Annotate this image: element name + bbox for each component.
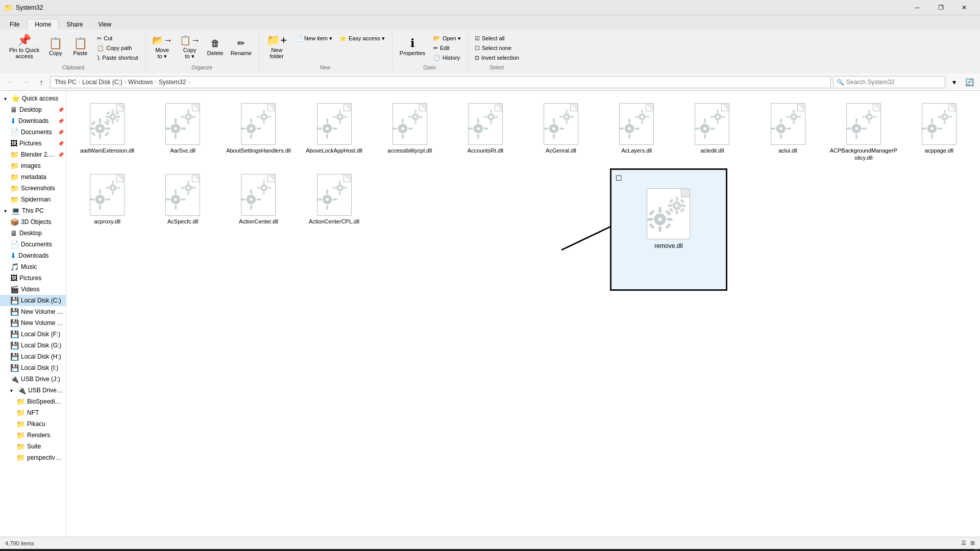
file-item-accountsrt[interactable]: AccountsRt.dll bbox=[449, 95, 522, 164]
sidebar-item-nft[interactable]: 📁 NFT bbox=[0, 407, 66, 418]
up-button[interactable]: ↑ bbox=[35, 76, 48, 89]
file-item-aboutsettings[interactable]: AboutSettingsHandlers.dll bbox=[222, 95, 295, 164]
task-view-button[interactable]: ⊡ bbox=[170, 549, 191, 551]
easy-access-button[interactable]: ⭐ Easy access ▾ bbox=[336, 34, 388, 43]
rename-button[interactable]: ✏ Rename bbox=[228, 32, 255, 62]
forward-button[interactable]: → bbox=[19, 76, 33, 89]
sidebar-item-suite[interactable]: 📁 Suite bbox=[0, 441, 66, 452]
pin-to-quick-button[interactable]: 📌 Pin to Quickaccess bbox=[5, 32, 43, 62]
file-item-aadwamextension[interactable]: aadWamExtension.dll bbox=[70, 95, 144, 164]
copy-path-button[interactable]: 📋 Copy path bbox=[94, 43, 141, 53]
file-item-acgenral[interactable]: AcGenral.dll bbox=[524, 95, 598, 164]
edge-button[interactable]: 🌐 bbox=[232, 549, 253, 551]
open-button[interactable]: 📂 Open ▾ bbox=[430, 34, 464, 43]
file-item-actioncentercpl[interactable]: ActionCenterCPL.dll bbox=[298, 166, 371, 227]
breadcrumb-pc[interactable]: This PC bbox=[55, 79, 77, 86]
sidebar-item-local-h[interactable]: 💾 Local Disk (H:) bbox=[0, 351, 66, 362]
list-view-icon[interactable]: ☰ bbox=[961, 540, 966, 546]
sidebar-item-videos[interactable]: 🎬 Videos bbox=[0, 284, 66, 295]
tab-share[interactable]: Share bbox=[59, 18, 90, 30]
sidebar-item-desktop[interactable]: 🖥 Desktop bbox=[0, 228, 66, 239]
sidebar-item-perspective[interactable]: 📁 perspective_plotter... bbox=[0, 452, 66, 463]
copy-button[interactable]: 📋 Copy bbox=[44, 32, 66, 62]
search-input[interactable] bbox=[846, 79, 942, 86]
tab-file[interactable]: File bbox=[2, 18, 27, 30]
file-item-acledit[interactable]: acledit.dll bbox=[675, 95, 749, 164]
tab-home[interactable]: Home bbox=[27, 19, 59, 30]
sidebar-item-local-c[interactable]: 💾 Local Disk (C:) bbox=[0, 295, 66, 306]
tab-view[interactable]: View bbox=[90, 18, 119, 30]
breadcrumb-windows[interactable]: Windows bbox=[128, 79, 153, 86]
app2-button[interactable]: 🔷 bbox=[275, 549, 296, 551]
properties-button[interactable]: ℹ Properties bbox=[396, 32, 429, 62]
dropdown-button[interactable]: ▾ bbox=[947, 76, 961, 89]
sidebar-item-documents-pinned[interactable]: 📄 Documents 📌 bbox=[0, 127, 66, 138]
show-desktop-button[interactable] bbox=[975, 549, 978, 551]
sidebar-item-local-i[interactable]: 💾 Local Disk (I:) bbox=[0, 362, 66, 373]
file-item-aarsvc[interactable]: AarSvc.dll bbox=[146, 95, 219, 164]
history-button[interactable]: 🕐 History bbox=[430, 53, 464, 62]
address-box[interactable]: This PC › Local Disk (C:) › Windows › Sy… bbox=[50, 76, 831, 88]
sidebar-item-usb-j1[interactable]: 🔌 USB Drive (J:) bbox=[0, 373, 66, 385]
sidebar-item-pictures-pinned[interactable]: 🖼 Pictures 📌 bbox=[0, 138, 66, 149]
sidebar-item-usb-j2[interactable]: ▾ 🔌 USB Drive (J:) bbox=[0, 385, 66, 396]
sidebar-item-new-e[interactable]: 💾 New Volume (E:) bbox=[0, 317, 66, 329]
sidebar-item-pictures[interactable]: 🖼 Pictures bbox=[0, 272, 66, 284]
file-item-abovelockapphost[interactable]: AboveLockAppHost.dll bbox=[298, 95, 371, 164]
file-item-acspecfc[interactable]: AcSpecfc.dll bbox=[146, 166, 219, 227]
sidebar-item-biospeedia[interactable]: 📁 BioSpeedia Videos bbox=[0, 396, 66, 407]
file-item-acproxy[interactable]: acproxy.dll bbox=[70, 166, 144, 227]
back-button[interactable]: ← bbox=[4, 76, 17, 89]
sidebar-item-spiderman[interactable]: 📁 Spiderman bbox=[0, 194, 66, 205]
file-item-aclayers[interactable]: AcLayers.dll bbox=[600, 95, 673, 164]
sidebar-item-documents[interactable]: 📄 Documents bbox=[0, 239, 66, 250]
svg-rect-77 bbox=[490, 121, 492, 124]
paste-button[interactable]: 📋 Paste bbox=[67, 32, 93, 62]
edit-button[interactable]: ✏ Edit bbox=[430, 43, 464, 53]
copy-to-button[interactable]: 📋→ Copyto ▾ bbox=[177, 32, 203, 62]
app3-button[interactable]: 🟢 bbox=[297, 549, 317, 551]
new-item-button[interactable]: 📄 New item ▾ bbox=[292, 34, 335, 43]
sidebar-item-images[interactable]: 📁 images bbox=[0, 160, 66, 171]
select-all-button[interactable]: ☑ Select all bbox=[472, 34, 522, 43]
select-none-button[interactable]: ☐ Select none bbox=[472, 43, 522, 53]
sidebar-item-downloads-pinned[interactable]: ⬇ Downloads 📌 bbox=[0, 115, 66, 127]
invert-selection-button[interactable]: ⊡ Invert selection bbox=[472, 53, 522, 62]
sidebar-item-renders[interactable]: 📁 Renders bbox=[0, 430, 66, 441]
move-to-button[interactable]: 📂→ Moveto ▾ bbox=[149, 32, 176, 62]
grid-view-icon[interactable]: ⊞ bbox=[970, 540, 975, 546]
cut-button[interactable]: ✂ Cut bbox=[94, 34, 141, 43]
file-item-acpbackground[interactable]: ACPBackgroundManagerPolicy.dll bbox=[827, 95, 900, 164]
minimize-button[interactable]: ─ bbox=[905, 0, 929, 15]
sidebar-item-new-d[interactable]: 💾 New Volume (D:) bbox=[0, 306, 66, 317]
paste-shortcut-button[interactable]: ⤵ Paste shortcut bbox=[94, 53, 141, 62]
sidebar-item-this-pc[interactable]: ▾ 💻 This PC bbox=[0, 205, 66, 216]
search-box[interactable]: 🔍 bbox=[833, 76, 945, 88]
app1-button[interactable]: 🎮 bbox=[254, 549, 274, 551]
file-item-actioncenter[interactable]: ActionCenter.dll bbox=[222, 166, 295, 227]
new-folder-button[interactable]: 📁+ Newfolder bbox=[262, 32, 291, 62]
file-item-aclui[interactable]: aclui.dll bbox=[751, 95, 825, 164]
sidebar-item-blender[interactable]: 📁 Blender 2.93 📌 bbox=[0, 149, 66, 160]
sidebar-item-downloads[interactable]: ⬇ Downloads bbox=[0, 250, 66, 261]
start-button[interactable] bbox=[2, 549, 26, 551]
refresh-button[interactable]: 🔄 bbox=[963, 76, 976, 89]
file-item-acppage[interactable]: acppage.dll bbox=[902, 95, 976, 164]
file-explorer-button[interactable]: 🗂 bbox=[192, 549, 212, 551]
sidebar-item-music[interactable]: 🎵 Music bbox=[0, 261, 66, 272]
sidebar-item-local-g[interactable]: 💾 Local Disk (G:) bbox=[0, 340, 66, 351]
sidebar-item-quick-access[interactable]: ▾ ⭐ Quick access bbox=[0, 93, 66, 104]
titlebar: 📁 System32 ─ ❐ ✕ bbox=[0, 0, 980, 15]
breadcrumb-c[interactable]: Local Disk (C:) bbox=[82, 79, 122, 86]
sidebar-item-pikacu[interactable]: 📁 Pikacu bbox=[0, 418, 66, 430]
sidebar-item-local-f[interactable]: 💾 Local Disk (F:) bbox=[0, 329, 66, 340]
sidebar-item-3dobjects[interactable]: 📦 3D Objects bbox=[0, 216, 66, 228]
delete-button[interactable]: 🗑 Delete bbox=[204, 32, 227, 62]
sidebar-item-desktop-pinned[interactable]: 🖥 Desktop 📌 bbox=[0, 104, 66, 115]
sidebar-item-metadata[interactable]: 📁 metadata bbox=[0, 171, 66, 183]
breadcrumb-system32[interactable]: System32 bbox=[159, 79, 186, 86]
file-item-accessibilitycpl[interactable]: accessibilitycpl.dll bbox=[373, 95, 447, 164]
restore-button[interactable]: ❐ bbox=[929, 0, 952, 15]
sidebar-item-screenshots[interactable]: 📁 Screenshots bbox=[0, 183, 66, 194]
close-button[interactable]: ✕ bbox=[952, 0, 976, 15]
